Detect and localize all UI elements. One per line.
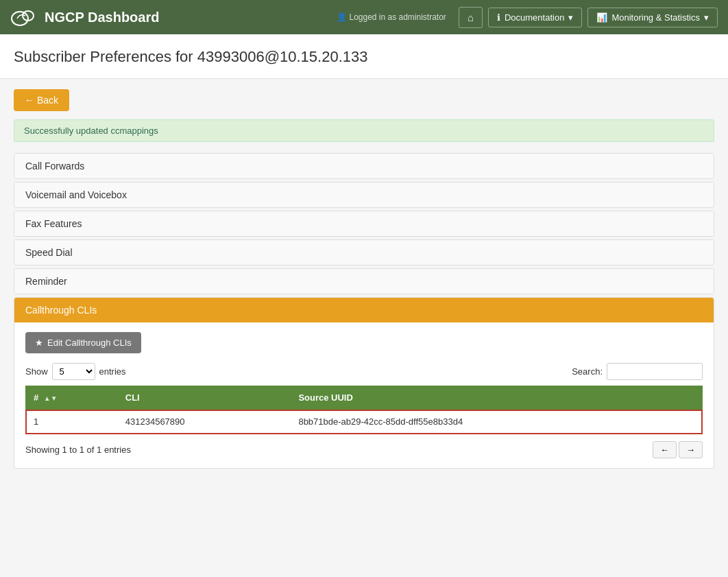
panel-header-speed-dial[interactable]: Speed Dial — [14, 240, 714, 265]
table-controls: Show 5 10 25 50 entries Search: — [25, 363, 703, 380]
col-header-id[interactable]: # ▲▼ — [25, 386, 117, 410]
panel-header-reminder[interactable]: Reminder — [14, 269, 714, 294]
alert-message: Successfully updated ccmappings — [24, 126, 158, 136]
cell-id: 1 — [25, 410, 117, 434]
search-label: Search: — [572, 366, 603, 377]
cell-cli: 431234567890 — [117, 410, 291, 434]
next-page-button[interactable]: → — [679, 441, 703, 458]
callthrough-body: ★ Edit Callthrough CLIs Show 5 10 25 50 … — [14, 322, 714, 468]
main-content: ← Back Successfully updated ccmappings C… — [0, 79, 728, 482]
chevron-down-icon-2: ▾ — [704, 12, 709, 23]
star-icon: ★ — [35, 338, 43, 348]
cell-source-uuid: 8bb71bde-ab29-42cc-85dd-dff55e8b33d4 — [290, 410, 703, 434]
page-header: Subscriber Preferences for 43993006@10.1… — [0, 34, 728, 79]
table-footer: Showing 1 to 1 of 1 entries ← → — [25, 441, 703, 458]
panel-voicemail: Voicemail and Voicebox — [14, 182, 714, 208]
brand-text: NGCP Dashboard — [45, 10, 159, 25]
callthrough-table: # ▲▼ CLI Source UUID 14312345678908bb71b… — [25, 386, 703, 434]
panel-header-call-forwards[interactable]: Call Forwards — [14, 154, 714, 178]
page-title: Subscriber Preferences for 43993006@10.1… — [14, 48, 714, 66]
panel-header-fax[interactable]: Fax Features — [14, 211, 714, 236]
home-icon: ⌂ — [468, 12, 474, 23]
pagination-buttons: ← → — [653, 441, 703, 458]
logged-in-text: 👤 Logged in as administrator — [337, 12, 446, 22]
documentation-button[interactable]: ℹ Documentation ▾ — [488, 8, 582, 27]
panel-speed-dial: Speed Dial — [14, 239, 714, 266]
table-row: 14312345678908bb71bde-ab29-42cc-85dd-dff… — [25, 410, 703, 434]
table-header-row: # ▲▼ CLI Source UUID — [25, 386, 703, 410]
panel-call-forwards: Call Forwards — [14, 153, 714, 179]
navbar: NGCP Dashboard 👤 Logged in as administra… — [0, 0, 728, 34]
entries-label: entries — [99, 366, 126, 377]
show-label: Show — [25, 366, 48, 377]
sipwise-logo-icon — [10, 6, 39, 28]
edit-callthrough-button[interactable]: ★ Edit Callthrough CLIs — [25, 332, 141, 353]
panel-fax: Fax Features — [14, 211, 714, 237]
chevron-down-icon: ▾ — [568, 12, 573, 23]
chart-icon: 📊 — [596, 12, 607, 23]
svg-point-0 — [12, 12, 28, 25]
home-button[interactable]: ⌂ — [459, 7, 483, 28]
col-header-source-uuid: Source UUID — [290, 386, 703, 410]
search-input[interactable] — [607, 363, 703, 380]
callthrough-header[interactable]: Callthrough CLIs — [14, 298, 714, 322]
entries-select[interactable]: 5 10 25 50 — [52, 363, 95, 380]
panel-reminder: Reminder — [14, 268, 714, 294]
info-icon: ℹ — [497, 12, 500, 23]
panel-header-voicemail[interactable]: Voicemail and Voicebox — [14, 182, 714, 207]
search-box: Search: — [572, 363, 703, 380]
col-header-cli: CLI — [117, 386, 291, 410]
showing-text: Showing 1 to 1 of 1 entries — [25, 445, 131, 455]
success-alert: Successfully updated ccmappings — [14, 119, 714, 142]
back-button[interactable]: ← Back — [14, 89, 69, 111]
brand[interactable]: NGCP Dashboard — [10, 6, 159, 28]
sort-arrow-id: ▲▼ — [44, 395, 58, 402]
user-icon: 👤 — [337, 12, 347, 22]
show-entries: Show 5 10 25 50 entries — [25, 363, 126, 380]
prev-page-button[interactable]: ← — [653, 441, 677, 458]
monitoring-button[interactable]: 📊 Monitoring & Statistics ▾ — [587, 8, 718, 27]
callthrough-section: Callthrough CLIs ★ Edit Callthrough CLIs… — [14, 297, 714, 469]
